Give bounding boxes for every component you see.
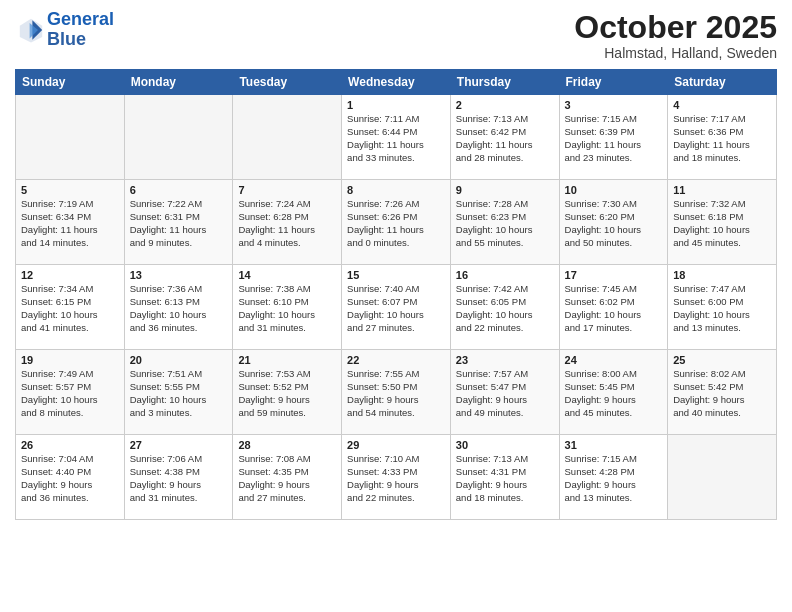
day-number: 24 [565,354,663,366]
day-number: 11 [673,184,771,196]
calendar-cell: 20Sunrise: 7:51 AM Sunset: 5:55 PM Dayli… [124,350,233,435]
day-info: Sunrise: 7:51 AM Sunset: 5:55 PM Dayligh… [130,368,228,419]
calendar-cell: 18Sunrise: 7:47 AM Sunset: 6:00 PM Dayli… [668,265,777,350]
day-number: 12 [21,269,119,281]
calendar-cell: 2Sunrise: 7:13 AM Sunset: 6:42 PM Daylig… [450,95,559,180]
calendar-cell: 30Sunrise: 7:13 AM Sunset: 4:31 PM Dayli… [450,435,559,520]
day-info: Sunrise: 7:13 AM Sunset: 6:42 PM Dayligh… [456,113,554,164]
day-info: Sunrise: 7:47 AM Sunset: 6:00 PM Dayligh… [673,283,771,334]
day-number: 9 [456,184,554,196]
day-info: Sunrise: 7:19 AM Sunset: 6:34 PM Dayligh… [21,198,119,249]
calendar-cell: 9Sunrise: 7:28 AM Sunset: 6:23 PM Daylig… [450,180,559,265]
calendar-cell [124,95,233,180]
calendar-cell [16,95,125,180]
day-info: Sunrise: 7:24 AM Sunset: 6:28 PM Dayligh… [238,198,336,249]
day-number: 8 [347,184,445,196]
calendar-cell: 15Sunrise: 7:40 AM Sunset: 6:07 PM Dayli… [342,265,451,350]
day-header-thursday: Thursday [450,70,559,95]
days-header-row: SundayMondayTuesdayWednesdayThursdayFrid… [16,70,777,95]
day-info: Sunrise: 8:00 AM Sunset: 5:45 PM Dayligh… [565,368,663,419]
calendar-cell: 19Sunrise: 7:49 AM Sunset: 5:57 PM Dayli… [16,350,125,435]
day-number: 18 [673,269,771,281]
day-number: 13 [130,269,228,281]
calendar-cell: 7Sunrise: 7:24 AM Sunset: 6:28 PM Daylig… [233,180,342,265]
day-info: Sunrise: 7:49 AM Sunset: 5:57 PM Dayligh… [21,368,119,419]
calendar: SundayMondayTuesdayWednesdayThursdayFrid… [15,69,777,520]
day-number: 29 [347,439,445,451]
day-info: Sunrise: 7:40 AM Sunset: 6:07 PM Dayligh… [347,283,445,334]
day-number: 22 [347,354,445,366]
day-number: 20 [130,354,228,366]
calendar-cell: 24Sunrise: 8:00 AM Sunset: 5:45 PM Dayli… [559,350,668,435]
day-number: 17 [565,269,663,281]
week-row-4: 19Sunrise: 7:49 AM Sunset: 5:57 PM Dayli… [16,350,777,435]
calendar-cell: 17Sunrise: 7:45 AM Sunset: 6:02 PM Dayli… [559,265,668,350]
day-info: Sunrise: 7:45 AM Sunset: 6:02 PM Dayligh… [565,283,663,334]
calendar-cell: 25Sunrise: 8:02 AM Sunset: 5:42 PM Dayli… [668,350,777,435]
day-number: 31 [565,439,663,451]
day-info: Sunrise: 7:22 AM Sunset: 6:31 PM Dayligh… [130,198,228,249]
day-header-saturday: Saturday [668,70,777,95]
day-info: Sunrise: 7:17 AM Sunset: 6:36 PM Dayligh… [673,113,771,164]
calendar-body: 1Sunrise: 7:11 AM Sunset: 6:44 PM Daylig… [16,95,777,520]
day-number: 14 [238,269,336,281]
day-number: 7 [238,184,336,196]
day-number: 4 [673,99,771,111]
day-info: Sunrise: 7:26 AM Sunset: 6:26 PM Dayligh… [347,198,445,249]
calendar-cell: 3Sunrise: 7:15 AM Sunset: 6:39 PM Daylig… [559,95,668,180]
day-number: 25 [673,354,771,366]
day-number: 16 [456,269,554,281]
day-number: 26 [21,439,119,451]
week-row-3: 12Sunrise: 7:34 AM Sunset: 6:15 PM Dayli… [16,265,777,350]
calendar-cell: 14Sunrise: 7:38 AM Sunset: 6:10 PM Dayli… [233,265,342,350]
day-info: Sunrise: 7:11 AM Sunset: 6:44 PM Dayligh… [347,113,445,164]
calendar-cell: 22Sunrise: 7:55 AM Sunset: 5:50 PM Dayli… [342,350,451,435]
location: Halmstad, Halland, Sweden [574,45,777,61]
day-info: Sunrise: 7:06 AM Sunset: 4:38 PM Dayligh… [130,453,228,504]
day-info: Sunrise: 7:53 AM Sunset: 5:52 PM Dayligh… [238,368,336,419]
header: General Blue October 2025 Halmstad, Hall… [15,10,777,61]
day-number: 1 [347,99,445,111]
calendar-cell: 28Sunrise: 7:08 AM Sunset: 4:35 PM Dayli… [233,435,342,520]
calendar-cell: 31Sunrise: 7:15 AM Sunset: 4:28 PM Dayli… [559,435,668,520]
calendar-cell: 5Sunrise: 7:19 AM Sunset: 6:34 PM Daylig… [16,180,125,265]
day-info: Sunrise: 7:30 AM Sunset: 6:20 PM Dayligh… [565,198,663,249]
day-header-friday: Friday [559,70,668,95]
day-number: 21 [238,354,336,366]
month-title: October 2025 [574,10,777,45]
calendar-cell: 1Sunrise: 7:11 AM Sunset: 6:44 PM Daylig… [342,95,451,180]
day-info: Sunrise: 7:10 AM Sunset: 4:33 PM Dayligh… [347,453,445,504]
day-number: 6 [130,184,228,196]
day-header-monday: Monday [124,70,233,95]
day-number: 30 [456,439,554,451]
week-row-1: 1Sunrise: 7:11 AM Sunset: 6:44 PM Daylig… [16,95,777,180]
day-info: Sunrise: 7:34 AM Sunset: 6:15 PM Dayligh… [21,283,119,334]
day-info: Sunrise: 7:13 AM Sunset: 4:31 PM Dayligh… [456,453,554,504]
week-row-2: 5Sunrise: 7:19 AM Sunset: 6:34 PM Daylig… [16,180,777,265]
calendar-cell: 8Sunrise: 7:26 AM Sunset: 6:26 PM Daylig… [342,180,451,265]
day-number: 10 [565,184,663,196]
calendar-cell: 23Sunrise: 7:57 AM Sunset: 5:47 PM Dayli… [450,350,559,435]
logo: General Blue [15,10,114,50]
calendar-cell: 29Sunrise: 7:10 AM Sunset: 4:33 PM Dayli… [342,435,451,520]
title-block: October 2025 Halmstad, Halland, Sweden [574,10,777,61]
calendar-cell: 12Sunrise: 7:34 AM Sunset: 6:15 PM Dayli… [16,265,125,350]
day-number: 28 [238,439,336,451]
logo-text-general: General [47,10,114,30]
day-info: Sunrise: 7:08 AM Sunset: 4:35 PM Dayligh… [238,453,336,504]
calendar-cell: 26Sunrise: 7:04 AM Sunset: 4:40 PM Dayli… [16,435,125,520]
day-info: Sunrise: 7:42 AM Sunset: 6:05 PM Dayligh… [456,283,554,334]
calendar-cell: 6Sunrise: 7:22 AM Sunset: 6:31 PM Daylig… [124,180,233,265]
week-row-5: 26Sunrise: 7:04 AM Sunset: 4:40 PM Dayli… [16,435,777,520]
calendar-cell: 16Sunrise: 7:42 AM Sunset: 6:05 PM Dayli… [450,265,559,350]
day-info: Sunrise: 7:38 AM Sunset: 6:10 PM Dayligh… [238,283,336,334]
calendar-cell: 21Sunrise: 7:53 AM Sunset: 5:52 PM Dayli… [233,350,342,435]
day-number: 19 [21,354,119,366]
day-info: Sunrise: 7:15 AM Sunset: 4:28 PM Dayligh… [565,453,663,504]
logo-text-blue: Blue [47,30,114,50]
page: General Blue October 2025 Halmstad, Hall… [0,0,792,535]
calendar-cell: 4Sunrise: 7:17 AM Sunset: 6:36 PM Daylig… [668,95,777,180]
calendar-cell: 27Sunrise: 7:06 AM Sunset: 4:38 PM Dayli… [124,435,233,520]
day-info: Sunrise: 7:32 AM Sunset: 6:18 PM Dayligh… [673,198,771,249]
day-info: Sunrise: 7:36 AM Sunset: 6:13 PM Dayligh… [130,283,228,334]
